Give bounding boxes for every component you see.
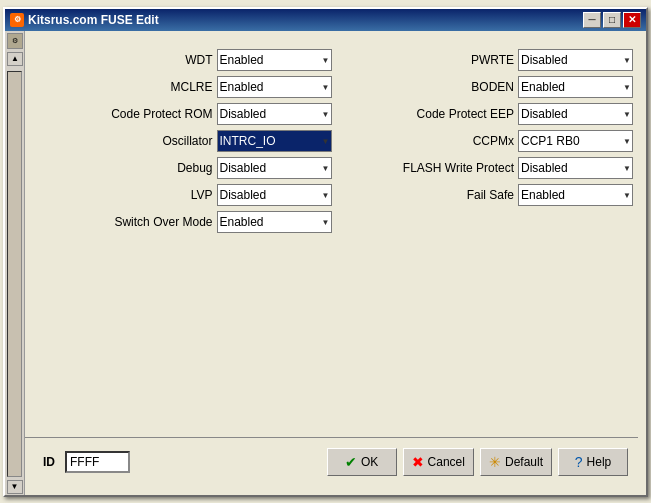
left-sidebar: ⚙ ▲ ▼ [5,31,25,495]
ccpmx-label: CCPMx [434,134,514,148]
oscillator-select[interactable]: INTRC_IO INTRC EC HS XT LP [217,130,332,152]
flash-write-protect-row: FLASH Write Protect Enabled Disabled [342,157,634,179]
code-protect-rom-select[interactable]: Enabled Disabled [217,103,332,125]
lvp-label: LVP [133,188,213,202]
cancel-button[interactable]: ✖ Cancel [403,448,474,476]
right-form-column: PWRTE Enabled Disabled BODEN Enab [342,49,634,432]
switch-over-mode-select[interactable]: Enabled Disabled [217,211,332,233]
window-body: ⚙ ▲ ▼ WDT Enabled Disabled [5,31,646,495]
cancel-label: Cancel [428,455,465,469]
default-icon: ✳ [489,454,501,470]
id-input[interactable] [65,451,130,473]
cancel-icon: ✖ [412,454,424,470]
mclre-label: MCLRE [133,80,213,94]
flash-write-protect-label: FLASH Write Protect [403,161,514,175]
fail-safe-select[interactable]: Enabled Disabled [518,184,633,206]
form-grid: WDT Enabled Disabled MCLRE Enable [35,44,638,437]
title-bar: ⚙ Kitsrus.com FUSE Edit ─ □ ✕ [5,9,646,31]
default-button[interactable]: ✳ Default [480,448,552,476]
fail-safe-row: Fail Safe Enabled Disabled [342,184,634,206]
minimize-button[interactable]: ─ [583,12,601,28]
flash-write-protect-select[interactable]: Enabled Disabled [518,157,633,179]
pwrte-select[interactable]: Enabled Disabled [518,49,633,71]
oscillator-select-wrapper: INTRC_IO INTRC EC HS XT LP [217,130,332,152]
title-bar-left: ⚙ Kitsrus.com FUSE Edit [10,13,159,27]
debug-select-wrapper: Enabled Disabled [217,157,332,179]
wdt-select[interactable]: Enabled Disabled [217,49,332,71]
sidebar-up-arrow[interactable]: ▲ [7,52,23,66]
switch-over-mode-row: Switch Over Mode Enabled Disabled [40,211,332,233]
sidebar-top: ⚙ ▲ [5,31,24,69]
code-protect-eep-select-wrapper: Enabled Disabled [518,103,633,125]
fail-safe-label: Fail Safe [434,188,514,202]
id-label: ID [43,455,55,469]
window-icon: ⚙ [10,13,24,27]
debug-label: Debug [133,161,213,175]
debug-select[interactable]: Enabled Disabled [217,157,332,179]
lvp-row: LVP Enabled Disabled [40,184,332,206]
flash-write-protect-select-wrapper: Enabled Disabled [518,157,633,179]
pwrte-select-wrapper: Enabled Disabled [518,49,633,71]
sidebar-scroll-track [7,71,22,477]
code-protect-eep-row: Code Protect EEP Enabled Disabled [342,103,634,125]
help-button[interactable]: ? Help [558,448,628,476]
default-label: Default [505,455,543,469]
code-protect-eep-label: Code Protect EEP [417,107,514,121]
code-protect-rom-row: Code Protect ROM Enabled Disabled [40,103,332,125]
maximize-button[interactable]: □ [603,12,621,28]
switch-over-mode-select-wrapper: Enabled Disabled [217,211,332,233]
title-controls: ─ □ ✕ [583,12,641,28]
pwrte-label: PWRTE [434,53,514,67]
oscillator-label: Oscillator [133,134,213,148]
switch-over-mode-label: Switch Over Mode [114,215,212,229]
bottom-buttons: ✔ OK ✖ Cancel ✳ Default ? Help [327,448,628,476]
main-window: ⚙ Kitsrus.com FUSE Edit ─ □ ✕ ⚙ ▲ ▼ [3,7,648,497]
code-protect-eep-select[interactable]: Enabled Disabled [518,103,633,125]
content-area: WDT Enabled Disabled MCLRE Enable [13,39,638,437]
help-icon: ? [575,454,583,470]
boden-label: BODEN [434,80,514,94]
bottom-area: ID ✔ OK ✖ Cancel ✳ Default ? Help [13,437,638,487]
wdt-select-wrapper: Enabled Disabled [217,49,332,71]
ok-icon: ✔ [345,454,357,470]
pwrte-row: PWRTE Enabled Disabled [342,49,634,71]
debug-row: Debug Enabled Disabled [40,157,332,179]
ok-button[interactable]: ✔ OK [327,448,397,476]
ccpmx-select[interactable]: CCP1 RB0 CCP1 RB3 [518,130,633,152]
close-button[interactable]: ✕ [623,12,641,28]
mclre-select-wrapper: Enabled Disabled [217,76,332,98]
ccpmx-row: CCPMx CCP1 RB0 CCP1 RB3 [342,130,634,152]
ok-label: OK [361,455,378,469]
mclre-row: MCLRE Enabled Disabled [40,76,332,98]
sidebar-icon: ⚙ [7,33,23,49]
ccpmx-select-wrapper: CCP1 RB0 CCP1 RB3 [518,130,633,152]
boden-select[interactable]: Enabled Disabled [518,76,633,98]
left-form-column: WDT Enabled Disabled MCLRE Enable [40,49,332,432]
code-protect-rom-label: Code Protect ROM [111,107,212,121]
code-protect-rom-select-wrapper: Enabled Disabled [217,103,332,125]
wdt-label: WDT [133,53,213,67]
boden-select-wrapper: Enabled Disabled [518,76,633,98]
help-label: Help [587,455,612,469]
oscillator-row: Oscillator INTRC_IO INTRC EC HS XT LP [40,130,332,152]
mclre-select[interactable]: Enabled Disabled [217,76,332,98]
window-title: Kitsrus.com FUSE Edit [28,13,159,27]
boden-row: BODEN Enabled Disabled [342,76,634,98]
sidebar-down-arrow[interactable]: ▼ [7,480,23,494]
lvp-select[interactable]: Enabled Disabled [217,184,332,206]
wdt-row: WDT Enabled Disabled [40,49,332,71]
fail-safe-select-wrapper: Enabled Disabled [518,184,633,206]
lvp-select-wrapper: Enabled Disabled [217,184,332,206]
